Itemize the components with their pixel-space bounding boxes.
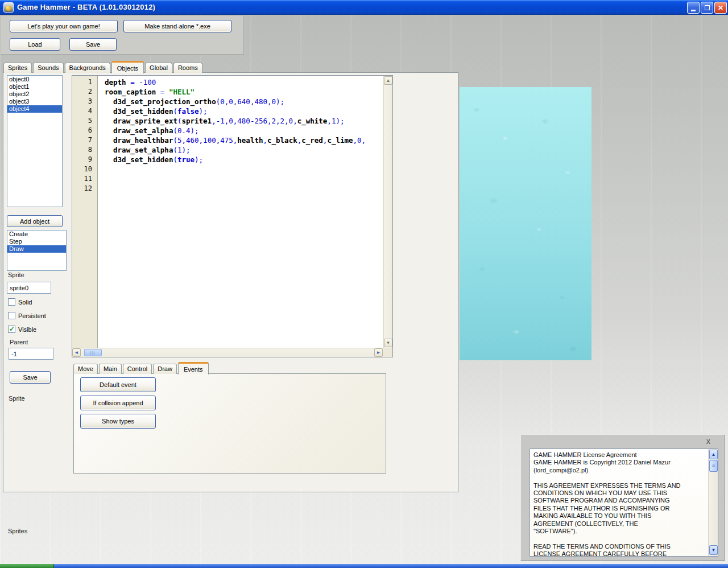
chevron-up-icon: ▲	[712, 452, 716, 457]
license-close-button[interactable]: X	[706, 438, 710, 445]
tab-events[interactable]: Events	[178, 362, 209, 374]
line-number: 8	[72, 145, 97, 155]
event-list[interactable]: CreateStepDraw	[7, 230, 67, 271]
if-collision-append-button[interactable]: If collision append	[80, 396, 156, 410]
code-token: ,-1,0,480-256,2,2,0,	[212, 117, 297, 125]
code-token: d3d_set_projection_ortho	[105, 97, 216, 106]
restore-button[interactable]	[701, 2, 713, 14]
editor-vertical-scrollbar[interactable]: ▲ ▼	[383, 76, 392, 348]
scroll-up-button[interactable]: ▲	[384, 76, 392, 85]
tab-move[interactable]: Move	[73, 364, 98, 374]
tab-objects[interactable]: Objects	[111, 61, 144, 73]
line-number: 1	[72, 77, 97, 87]
code-token: false	[177, 107, 199, 116]
show-types-button[interactable]: Show types	[80, 414, 156, 429]
window-title: Game Hammer - BETA (1.01.03012012)	[17, 3, 155, 11]
save-object-button[interactable]: Save	[10, 371, 51, 384]
toolbar: Let's play your own game! Make stand-alo…	[1, 16, 244, 55]
license-textarea[interactable]: GAME HAMMER License Agreement GAME HAMME…	[530, 448, 718, 557]
make-exe-button[interactable]: Make stand-alone *.exe	[123, 20, 231, 32]
event-category-tabs: MoveMainControlDrawEvents	[73, 361, 210, 374]
code-line: d3d_set_hidden(false);	[105, 106, 383, 116]
taskbar	[0, 564, 728, 568]
tab-sounds[interactable]: Sounds	[33, 63, 63, 73]
line-number: 5	[72, 116, 97, 126]
list-item[interactable]: Draw	[7, 245, 66, 253]
persistent-checkbox[interactable]	[8, 312, 15, 319]
solid-checkbox[interactable]	[8, 298, 15, 306]
scroll-left-button[interactable]: ◄	[72, 348, 81, 357]
object-list[interactable]: object0object1object2object3object4	[7, 75, 63, 207]
chevron-down-icon: ▼	[386, 340, 391, 345]
list-item[interactable]: Step	[7, 238, 66, 245]
code-token: (1);	[173, 146, 190, 154]
tab-backgrounds[interactable]: Backgrounds	[65, 63, 110, 73]
tab-rooms[interactable]: Rooms	[173, 63, 202, 73]
list-item[interactable]: object3	[7, 98, 62, 105]
checkbox-label: Persistent	[18, 312, 46, 319]
code-line: room_caption = "HELL"	[105, 87, 383, 97]
license-scroll-thumb[interactable]	[709, 460, 718, 472]
chevron-up-icon: ▲	[386, 78, 391, 83]
tab-control[interactable]: Control	[123, 364, 152, 374]
scroll-right-button[interactable]: ►	[374, 348, 383, 357]
code-token: (0.4);	[173, 126, 198, 135]
code-token: ,0,	[353, 136, 366, 145]
start-button-sliver[interactable]	[0, 564, 54, 568]
chevron-right-icon: ►	[377, 350, 381, 355]
sprite-label: Sprite	[8, 271, 24, 278]
save-button[interactable]: Save	[69, 38, 117, 51]
tab-sprites[interactable]: Sprites	[3, 63, 32, 73]
list-item[interactable]: object1	[7, 83, 62, 90]
load-button[interactable]: Load	[10, 38, 60, 51]
code-line: draw_sprite_ext(sprite1,-1,0,480-256,2,2…	[105, 116, 383, 126]
code-line	[105, 174, 383, 184]
tab-global[interactable]: Global	[145, 63, 172, 73]
code-token: d3d_set_hidden	[105, 107, 173, 116]
chevron-left-icon: ◄	[75, 350, 79, 355]
code-token: "HELL"	[169, 88, 195, 96]
parent-input[interactable]	[9, 348, 53, 360]
line-number: 7	[72, 135, 97, 145]
visible-checkbox[interactable]	[8, 326, 15, 333]
close-button[interactable]: ✕	[714, 2, 727, 14]
code-token: );	[195, 155, 203, 164]
license-scroll-up-button[interactable]: ▲	[709, 450, 718, 459]
play-game-button[interactable]: Let's play your own game!	[10, 20, 118, 32]
parent-label: Parent	[10, 339, 28, 345]
tab-draw[interactable]: Draw	[153, 364, 177, 374]
sprite-input[interactable]	[7, 282, 51, 294]
minimize-icon	[691, 10, 696, 11]
code-token: (	[173, 107, 177, 116]
resource-tabs: SpritesSoundsBackgroundsObjectsGlobalRoo…	[3, 60, 204, 73]
default-event-button[interactable]: Default event	[80, 377, 156, 392]
panel-body: object0object1object2object3object4 Add …	[3, 72, 458, 492]
title-bar: Game Hammer - BETA (1.01.03012012) ✕	[0, 0, 728, 15]
line-number: 4	[72, 106, 97, 116]
line-number: 3	[72, 97, 97, 106]
code-token: draw_set_alpha	[105, 146, 173, 154]
line-number: 6	[72, 126, 97, 135]
scroll-down-button[interactable]: ▼	[384, 339, 392, 347]
code-area[interactable]: depth = -100room_caption = "HELL" d3d_se…	[98, 76, 383, 348]
code-token: room_caption	[105, 88, 156, 96]
code-token: draw_set_alpha	[105, 126, 173, 135]
list-item[interactable]: object0	[7, 76, 62, 83]
license-scrollbar[interactable]: ▲ ▼	[708, 449, 718, 556]
code-token: depth	[105, 78, 126, 87]
list-item[interactable]: Create	[7, 231, 66, 238]
code-editor[interactable]: 123456789101112 depth = -100room_caption…	[72, 75, 393, 357]
list-item[interactable]: object2	[7, 90, 62, 98]
code-line: d3d_set_projection_ortho(0,0,640,480,0);	[105, 97, 383, 106]
tab-main[interactable]: Main	[99, 364, 122, 374]
horizontal-scroll-thumb[interactable]	[84, 349, 102, 356]
code-token: c_white	[297, 117, 328, 125]
list-item[interactable]: object4	[7, 105, 62, 113]
license-scroll-down-button[interactable]: ▼	[709, 545, 718, 555]
sprites-status-label: Sprites	[8, 528, 27, 534]
close-icon: ✕	[718, 4, 723, 12]
editor-horizontal-scrollbar[interactable]: ◄ ►	[72, 348, 384, 357]
minimize-button[interactable]	[687, 2, 700, 14]
code-token: (5,460,100,475,	[173, 136, 237, 145]
add-object-button[interactable]: Add object	[7, 215, 63, 227]
